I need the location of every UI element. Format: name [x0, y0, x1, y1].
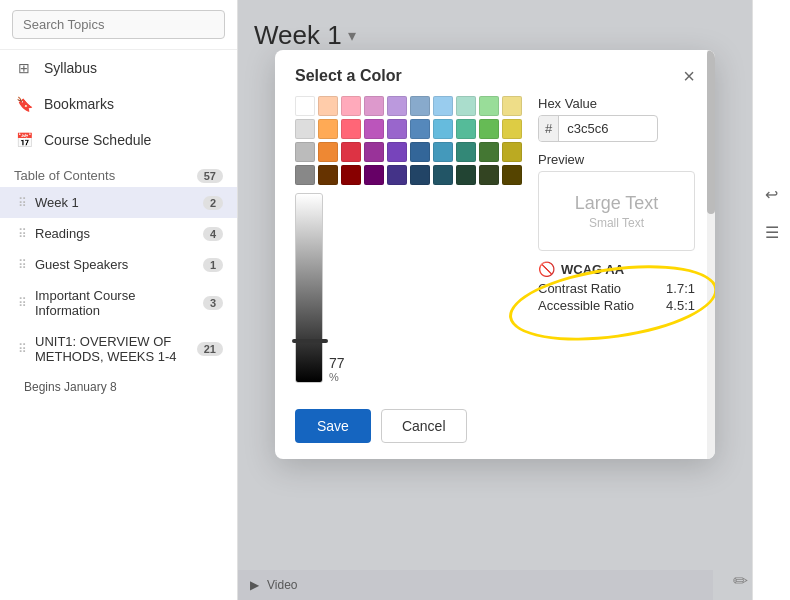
- sidebar-item-bookmarks[interactable]: 🔖 Bookmarks: [0, 86, 237, 122]
- hex-label: Hex Value: [538, 96, 695, 111]
- hex-section: Hex Value #: [538, 96, 695, 142]
- accessible-ratio-row: Accessible Ratio 4.5:1: [538, 298, 695, 313]
- modal-header: Select a Color ×: [275, 50, 715, 96]
- pct-label: %: [329, 371, 345, 383]
- syllabus-icon: ⊞: [14, 60, 34, 76]
- color-swatch[interactable]: [479, 165, 499, 185]
- color-swatch[interactable]: [433, 165, 453, 185]
- color-swatch[interactable]: [479, 96, 499, 116]
- color-swatch[interactable]: [295, 165, 315, 185]
- color-swatch[interactable]: [364, 96, 384, 116]
- color-swatch[interactable]: [456, 96, 476, 116]
- color-swatch[interactable]: [318, 142, 338, 162]
- color-swatch[interactable]: [364, 119, 384, 139]
- toc-item-readings[interactable]: ⠿ Readings 4: [0, 218, 237, 249]
- modal-close-button[interactable]: ×: [683, 66, 695, 86]
- toc-label: Table of Contents: [14, 168, 115, 183]
- undo-icon: ↩: [765, 185, 778, 204]
- color-swatch[interactable]: [341, 142, 361, 162]
- color-swatch[interactable]: [456, 142, 476, 162]
- accessible-ratio-label: Accessible Ratio: [538, 298, 634, 313]
- color-swatch[interactable]: [318, 119, 338, 139]
- color-swatch[interactable]: [456, 119, 476, 139]
- calendar-icon: 📅: [14, 132, 34, 148]
- preview-box: Large Text Small Text: [538, 171, 695, 251]
- color-swatch[interactable]: [341, 165, 361, 185]
- color-swatch[interactable]: [502, 119, 522, 139]
- contrast-ratio-row: Contrast Ratio 1.7:1: [538, 281, 695, 296]
- color-swatch[interactable]: [387, 96, 407, 116]
- modal-title: Select a Color: [295, 67, 402, 85]
- search-bar: [0, 0, 237, 50]
- color-swatch[interactable]: [456, 165, 476, 185]
- color-swatch[interactable]: [387, 165, 407, 185]
- modal-scrollbar-thumb: [707, 50, 715, 214]
- color-swatch[interactable]: [387, 119, 407, 139]
- toc-item-label: UNIT1: OVERVIEW OF METHODS, WEEKS 1-4: [35, 334, 189, 364]
- toc-item-guest-speakers[interactable]: ⠿ Guest Speakers 1: [0, 249, 237, 280]
- color-swatch[interactable]: [502, 165, 522, 185]
- hex-input[interactable]: [559, 116, 639, 141]
- search-input[interactable]: [12, 10, 225, 39]
- modal-scrollbar[interactable]: [707, 50, 715, 459]
- color-swatch[interactable]: [479, 119, 499, 139]
- grayscale-slider[interactable]: [295, 193, 323, 383]
- drag-icon: ⠿: [18, 296, 27, 310]
- color-swatch[interactable]: [387, 142, 407, 162]
- color-picker-modal: Select a Color ×: [275, 50, 715, 459]
- color-swatch[interactable]: [364, 142, 384, 162]
- toc-badge: 57: [197, 169, 223, 183]
- bookmark-icon: 🔖: [14, 96, 34, 112]
- toc-item-badge: 21: [197, 342, 223, 356]
- color-swatch[interactable]: [502, 142, 522, 162]
- color-grid: [295, 96, 522, 185]
- pct-value: 77: [329, 355, 345, 371]
- color-swatch[interactable]: [410, 119, 430, 139]
- color-swatch[interactable]: [364, 165, 384, 185]
- toc-item-badge: 3: [203, 296, 223, 310]
- wcag-section: 🚫 WCAG AA Contrast Ratio 1.7:1 Accessibl…: [538, 261, 695, 315]
- color-swatch[interactable]: [433, 96, 453, 116]
- color-swatch[interactable]: [410, 142, 430, 162]
- contrast-ratio-value: 1.7:1: [666, 281, 695, 296]
- hex-input-row: #: [538, 115, 658, 142]
- toolbar: ↩ ☰: [752, 0, 790, 600]
- wcag-row: 🚫 WCAG AA: [538, 261, 695, 277]
- color-picker-left: 77 %: [295, 96, 522, 383]
- color-swatch[interactable]: [433, 119, 453, 139]
- toc-item-badge: 1: [203, 258, 223, 272]
- list-icon: ☰: [765, 223, 779, 242]
- toc-item-important-info[interactable]: ⠿ Important Course Information 3: [0, 280, 237, 326]
- list-button[interactable]: ☰: [758, 218, 786, 246]
- color-swatch[interactable]: [295, 119, 315, 139]
- color-swatch[interactable]: [410, 96, 430, 116]
- toc-item-label: Important Course Information: [35, 288, 195, 318]
- color-swatch[interactable]: [295, 142, 315, 162]
- cancel-button[interactable]: Cancel: [381, 409, 467, 443]
- toc-item-sub: Begins January 8: [0, 372, 237, 402]
- color-swatch[interactable]: [502, 96, 522, 116]
- toc-item-label: Readings: [35, 226, 90, 241]
- color-swatch[interactable]: [318, 165, 338, 185]
- sidebar-item-syllabus[interactable]: ⊞ Syllabus: [0, 50, 237, 86]
- color-swatch[interactable]: [295, 96, 315, 116]
- toc-item-label: Guest Speakers: [35, 257, 128, 272]
- color-swatch[interactable]: [341, 119, 361, 139]
- slider-thumb: [292, 339, 328, 343]
- toc-item-unit1[interactable]: ⠿ UNIT1: OVERVIEW OF METHODS, WEEKS 1-4 …: [0, 326, 237, 372]
- wcag-label: WCAG AA: [561, 262, 624, 277]
- color-swatch[interactable]: [341, 96, 361, 116]
- grayscale-slider-container: 77 %: [295, 193, 522, 383]
- color-swatch[interactable]: [318, 96, 338, 116]
- color-swatch[interactable]: [433, 142, 453, 162]
- sidebar-item-course-schedule[interactable]: 📅 Course Schedule: [0, 122, 237, 158]
- undo-button[interactable]: ↩: [758, 180, 786, 208]
- color-swatch[interactable]: [479, 142, 499, 162]
- toc-item-label: Week 1: [35, 195, 79, 210]
- save-button[interactable]: Save: [295, 409, 371, 443]
- color-picker-right: Hex Value # Preview Large Text Small Tex…: [538, 96, 695, 383]
- preview-label: Preview: [538, 152, 695, 167]
- color-swatch[interactable]: [410, 165, 430, 185]
- toc-item-week1[interactable]: ⠿ Week 1 2: [0, 187, 237, 218]
- drag-icon: ⠿: [18, 196, 27, 210]
